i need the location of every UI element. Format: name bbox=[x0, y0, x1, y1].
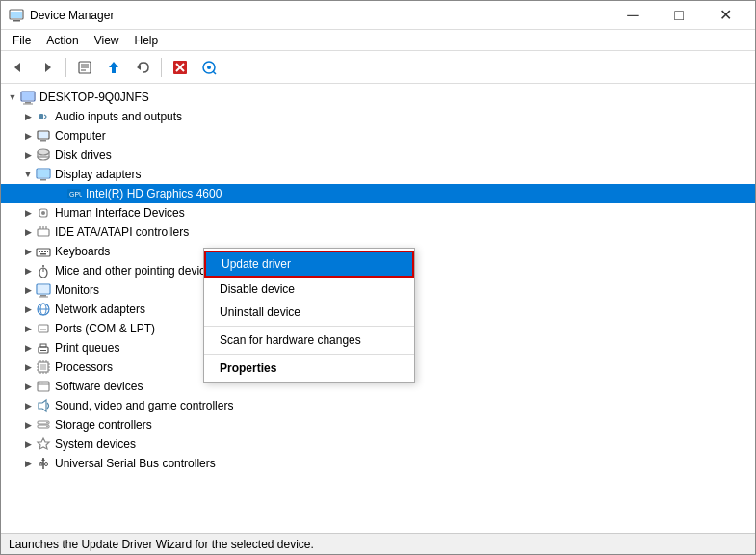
svg-rect-61 bbox=[40, 350, 46, 351]
hid-icon bbox=[36, 205, 51, 221]
network-icon bbox=[36, 302, 51, 317]
tree-system[interactable]: ▶ System devices bbox=[1, 435, 755, 454]
tree-hid[interactable]: ▶ Human Interface Devices bbox=[1, 203, 755, 223]
tree-usb[interactable]: ▶ Universal Serial Bus controllers bbox=[1, 454, 755, 473]
mouse-icon bbox=[36, 263, 51, 278]
rollback-button[interactable] bbox=[129, 55, 156, 80]
kbd-chevron: ▶ bbox=[20, 244, 36, 259]
ctx-uninstall-device[interactable]: Uninstall device bbox=[204, 301, 414, 324]
intel-label: Intel(R) HD Graphics 4600 bbox=[86, 187, 222, 200]
close-button[interactable]: ✕ bbox=[703, 1, 747, 30]
tree-audio[interactable]: ▶ Audio inputs and outputs bbox=[1, 107, 755, 126]
svg-point-15 bbox=[207, 66, 211, 69]
processors-label: Processors bbox=[55, 360, 113, 374]
svg-rect-19 bbox=[25, 102, 31, 104]
mice-chevron: ▶ bbox=[20, 263, 36, 278]
menu-action[interactable]: Action bbox=[39, 32, 86, 49]
status-bar: Launches the Update Driver Wizard for th… bbox=[1, 533, 755, 554]
window-title: Device Manager bbox=[30, 9, 611, 22]
tree-storage[interactable]: ▶ Storage controllers bbox=[1, 415, 755, 435]
svg-rect-40 bbox=[39, 251, 40, 252]
forward-button[interactable] bbox=[34, 55, 61, 80]
svg-rect-24 bbox=[40, 140, 46, 142]
device-manager-window: Device Manager ─ □ ✕ File Action View He… bbox=[0, 0, 756, 555]
intel-chevron bbox=[51, 186, 66, 201]
device-tree[interactable]: ▼ DESKTOP-9Q0JNFS ▶ bbox=[1, 84, 755, 533]
disk-label: Disk drives bbox=[55, 148, 112, 162]
maximize-button[interactable]: □ bbox=[657, 1, 701, 30]
tree-intel[interactable]: GPU Intel(R) HD Graphics 4600 bbox=[1, 184, 755, 203]
processor-icon bbox=[36, 359, 51, 375]
monitors-label: Monitors bbox=[55, 283, 99, 297]
context-menu: Update driver Disable device Uninstall d… bbox=[203, 248, 415, 383]
properties-button[interactable] bbox=[71, 55, 98, 80]
sound-label: Sound, video and game controllers bbox=[55, 399, 233, 412]
svg-rect-51 bbox=[39, 297, 48, 298]
svg-rect-30 bbox=[40, 179, 46, 181]
svg-point-34 bbox=[41, 211, 45, 215]
svg-rect-43 bbox=[47, 251, 48, 252]
sys-chevron: ▶ bbox=[20, 436, 36, 452]
back-button[interactable] bbox=[5, 55, 32, 80]
svg-rect-21 bbox=[39, 114, 43, 119]
tree-display[interactable]: ▼ Display adapters bbox=[1, 165, 755, 184]
menu-file[interactable]: File bbox=[5, 32, 39, 49]
usb-icon bbox=[36, 456, 51, 471]
print-chevron: ▶ bbox=[20, 340, 36, 356]
tree-root[interactable]: ▼ DESKTOP-9Q0JNFS bbox=[1, 88, 755, 107]
audio-label: Audio inputs and outputs bbox=[55, 110, 182, 123]
main-content: ▼ DESKTOP-9Q0JNFS ▶ bbox=[1, 84, 755, 533]
menu-view[interactable]: View bbox=[87, 32, 127, 49]
proc-chevron: ▶ bbox=[20, 359, 36, 375]
ctx-disable-device[interactable]: Disable device bbox=[204, 278, 414, 301]
port-icon bbox=[36, 321, 51, 336]
update-driver-button[interactable] bbox=[100, 55, 127, 80]
disk-icon bbox=[36, 147, 51, 163]
ctx-scan-hardware[interactable]: Scan for hardware changes bbox=[204, 329, 414, 352]
computer-label: Computer bbox=[55, 129, 106, 143]
software-icon bbox=[36, 379, 51, 394]
uninstall-button[interactable] bbox=[167, 55, 194, 80]
scan-button[interactable] bbox=[196, 55, 222, 80]
sound-icon bbox=[36, 398, 51, 413]
svg-marker-3 bbox=[14, 63, 20, 72]
svg-rect-18 bbox=[22, 92, 34, 100]
root-label: DESKTOP-9Q0JNFS bbox=[39, 91, 149, 104]
comp-icon bbox=[36, 128, 51, 144]
tree-disk[interactable]: ▶ Disk drives bbox=[1, 145, 755, 165]
sep1 bbox=[65, 58, 66, 77]
display-chevron: ▼ bbox=[20, 167, 36, 182]
svg-point-80 bbox=[41, 383, 43, 384]
network-label: Network adapters bbox=[55, 303, 145, 316]
ports-label: Ports (COM & LPT) bbox=[55, 322, 155, 335]
svg-rect-64 bbox=[40, 364, 46, 370]
svg-marker-87 bbox=[41, 458, 45, 461]
svg-point-47 bbox=[42, 265, 44, 267]
svg-rect-41 bbox=[41, 251, 43, 252]
svg-marker-4 bbox=[45, 63, 51, 72]
tree-computer[interactable]: ▶ Computer bbox=[1, 126, 755, 145]
svg-point-89 bbox=[45, 463, 48, 466]
menu-help[interactable]: Help bbox=[127, 32, 167, 49]
mon-chevron: ▶ bbox=[20, 282, 36, 298]
tree-sound[interactable]: ▶ Sound, video and game controllers bbox=[1, 396, 755, 415]
usb-chevron: ▶ bbox=[20, 456, 36, 471]
keyboard-label: Keyboards bbox=[55, 245, 110, 258]
sep2 bbox=[161, 58, 162, 77]
svg-marker-9 bbox=[109, 62, 118, 73]
audio-icon bbox=[36, 109, 51, 124]
ide-icon bbox=[36, 225, 51, 240]
ctx-update-driver[interactable]: Update driver bbox=[204, 251, 414, 278]
ctx-properties[interactable]: Properties bbox=[204, 357, 414, 380]
display-label: Display adapters bbox=[55, 168, 141, 181]
print-icon bbox=[36, 340, 51, 356]
hid-label: Human Interface Devices bbox=[55, 206, 185, 220]
software-label: Software devices bbox=[55, 380, 143, 393]
minimize-button[interactable]: ─ bbox=[611, 1, 655, 30]
svg-rect-50 bbox=[40, 295, 46, 297]
ctx-sep1 bbox=[204, 326, 414, 327]
svg-marker-81 bbox=[39, 400, 46, 411]
tree-ide[interactable]: ▶ IDE ATA/ATAPI controllers bbox=[1, 223, 755, 242]
window-controls: ─ □ ✕ bbox=[611, 1, 747, 30]
svg-rect-60 bbox=[40, 344, 46, 347]
